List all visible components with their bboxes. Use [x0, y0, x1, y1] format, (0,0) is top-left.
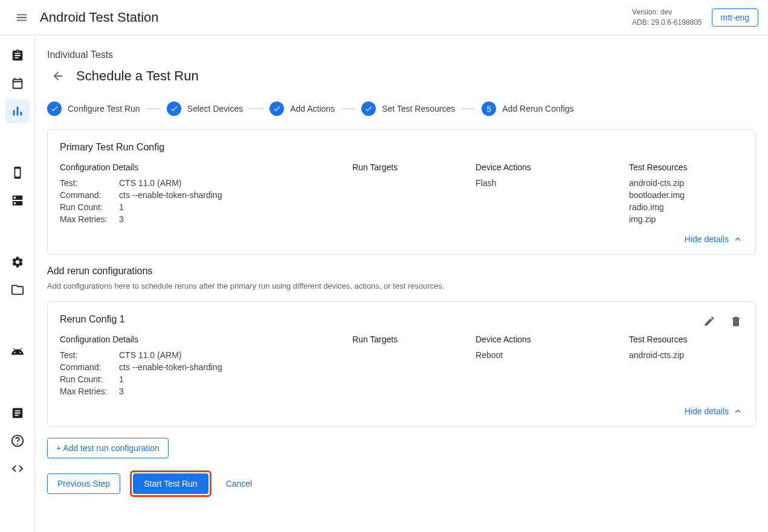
- col-config-head: Configuration Details: [60, 162, 338, 172]
- step-rerun[interactable]: 5 Add Rerun Configs: [482, 101, 573, 116]
- menu-icon: [15, 11, 28, 24]
- code-icon: [11, 462, 24, 475]
- calendar-icon: [11, 77, 24, 90]
- arrow-back-icon: [51, 69, 65, 83]
- check-icon: [170, 104, 178, 113]
- k-test: Test:: [60, 350, 119, 360]
- topbar: Android Test Station Version: dev ADB: 2…: [0, 0, 768, 35]
- menu-button[interactable]: [10, 5, 34, 30]
- k-command: Command:: [60, 190, 119, 200]
- primary-config-card: Primary Test Run Config Configuration De…: [47, 129, 756, 255]
- v-test: CTS 11.0 (ARM): [119, 350, 181, 360]
- sidebar-item-analytics[interactable]: [5, 99, 30, 123]
- trash-icon: [730, 315, 742, 327]
- v-command: cts --enable-token-sharding: [119, 362, 222, 372]
- step-sep: [461, 108, 476, 109]
- cancel-button[interactable]: Cancel: [221, 474, 257, 493]
- phone-icon: [11, 166, 24, 179]
- bar-chart-icon: [11, 104, 24, 118]
- version-line: Version: dev: [632, 7, 702, 18]
- step-label: Set Test Resources: [382, 104, 455, 114]
- k-max-retries: Max Retries:: [60, 214, 119, 224]
- content: Individual Tests Schedule a Test Run Con…: [35, 35, 768, 532]
- hide-details-label: Hide details: [685, 234, 729, 244]
- previous-step-button[interactable]: Previous Step: [47, 473, 120, 494]
- page-title: Schedule a Test Run: [76, 68, 199, 84]
- android-icon: [11, 345, 24, 358]
- k-run-count: Run Count:: [60, 202, 119, 212]
- pencil-icon: [703, 315, 715, 327]
- help-icon: [11, 434, 24, 447]
- k-run-count: Run Count:: [60, 374, 119, 384]
- sidebar-item-calendar[interactable]: [5, 71, 30, 95]
- chevron-up-icon: [732, 234, 743, 245]
- hide-details-toggle[interactable]: Hide details: [60, 406, 743, 417]
- lab-button[interactable]: mtt-eng: [712, 8, 758, 27]
- test-resource: android-cts.zip: [629, 350, 743, 360]
- step-resources[interactable]: Set Test Resources: [361, 101, 455, 116]
- step-configure[interactable]: Configure Test Run: [47, 101, 140, 116]
- device-action: Flash: [476, 178, 615, 188]
- k-command: Command:: [60, 362, 119, 372]
- hide-details-label: Hide details: [685, 406, 729, 416]
- card-title: Rerun Config 1: [60, 314, 743, 325]
- test-resource: radio.img: [629, 202, 743, 212]
- sidebar-item-android[interactable]: [5, 339, 30, 364]
- col-res-head: Test Resources: [629, 162, 743, 172]
- step-devices[interactable]: Select Devices: [167, 101, 244, 116]
- edit-button[interactable]: [699, 310, 720, 332]
- step-label: Configure Test Run: [68, 104, 140, 114]
- v-max-retries: 3: [119, 214, 124, 224]
- v-test: CTS 11.0 (ARM): [119, 178, 181, 188]
- add-config-button[interactable]: + Add test run configuration: [47, 438, 169, 458]
- test-resource: android-cts.zip: [629, 178, 743, 188]
- footer-buttons: Previous Step Start Test Run Cancel: [47, 470, 756, 497]
- sidebar-item-notes[interactable]: [5, 401, 30, 425]
- chevron-up-icon: [732, 406, 743, 417]
- version-info: Version: dev ADB: 29.0.6-6198805: [632, 7, 702, 28]
- adb-line: ADB: 29.0.6-6198805: [632, 18, 702, 28]
- start-test-run-button[interactable]: Start Test Run: [133, 473, 208, 494]
- v-command: cts --enable-token-sharding: [119, 190, 222, 200]
- check-icon: [364, 104, 373, 113]
- app-title: Android Test Station: [40, 10, 159, 25]
- k-test: Test:: [60, 178, 119, 188]
- step-sep: [249, 108, 263, 109]
- sidebar-item-assignment[interactable]: [5, 43, 30, 68]
- notes-icon: [11, 406, 24, 420]
- stepper: Configure Test Run Select Devices Add Ac…: [47, 101, 756, 116]
- sidebar-item-folder[interactable]: [5, 278, 30, 302]
- delete-button[interactable]: [725, 310, 747, 332]
- rerun-section-title: Add rerun configurations: [47, 266, 756, 277]
- breadcrumb: Individual Tests: [47, 50, 756, 60]
- card-title: Primary Test Run Config: [60, 142, 743, 153]
- rerun-config-card: Rerun Config 1 Configuration Details Tes…: [47, 301, 756, 427]
- step-number: 5: [482, 101, 496, 116]
- test-resource: img.zip: [629, 214, 743, 224]
- sidebar-item-help[interactable]: [5, 429, 30, 453]
- test-resource: bootloader.img: [629, 190, 743, 200]
- hide-details-toggle[interactable]: Hide details: [60, 234, 743, 245]
- check-icon: [50, 104, 59, 113]
- folder-icon: [11, 283, 24, 296]
- sidebar-item-code[interactable]: [5, 457, 30, 481]
- step-label: Add Rerun Configs: [502, 104, 573, 114]
- dns-icon: [11, 194, 24, 207]
- step-sep: [341, 108, 355, 109]
- step-sep: [146, 108, 161, 109]
- step-label: Add Actions: [290, 104, 335, 114]
- v-max-retries: 3: [119, 386, 124, 396]
- sidebar-item-phone[interactable]: [5, 161, 30, 185]
- sidebar-item-settings[interactable]: [5, 250, 30, 274]
- gear-icon: [11, 255, 24, 269]
- sidebar-item-dns[interactable]: [5, 188, 30, 213]
- check-icon: [273, 104, 281, 113]
- back-button[interactable]: [47, 65, 69, 87]
- assignment-icon: [11, 49, 24, 62]
- sidebar: [0, 35, 35, 532]
- v-run-count: 1: [119, 374, 124, 384]
- v-run-count: 1: [119, 202, 124, 212]
- step-actions[interactable]: Add Actions: [269, 101, 335, 116]
- col-config-head: Configuration Details: [60, 335, 338, 344]
- k-max-retries: Max Retries:: [60, 386, 119, 396]
